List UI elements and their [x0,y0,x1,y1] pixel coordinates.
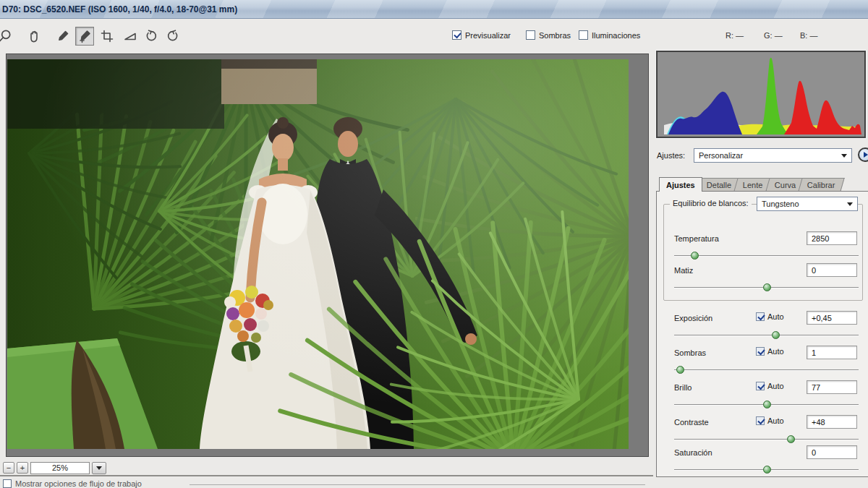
exposicion-value-input[interactable]: +0,45 [807,311,857,325]
workflow-checkbox[interactable] [3,479,12,488]
zoom-in-button[interactable]: + [17,462,28,474]
slider-brillo: Brillo Auto 77 [656,380,868,412]
contraste-value-input[interactable]: +48 [807,415,857,429]
settings-value: Personalizar [699,151,743,160]
photo-preview[interactable] [7,59,629,449]
slider-thumb[interactable] [676,366,684,374]
slider-label: Sombras [674,348,706,357]
auto-checkbox[interactable]: Auto [756,312,784,321]
previsualizar-checkbox[interactable]: Previsualizar [452,30,511,40]
bottom-separator [0,475,653,476]
tab-ajustes[interactable]: Ajustes [659,177,702,192]
color-sampler-icon[interactable] [75,27,94,46]
zoom-level-field[interactable]: 25% [30,462,90,474]
rgb-b-readout: B: — [800,31,817,40]
checkbox-box[interactable] [526,30,535,40]
slider-track[interactable] [674,366,859,374]
white-balance-value: Tungsteno [762,200,799,208]
saturacion-value-input[interactable]: 0 [807,445,857,459]
sunlight-overlay [7,59,629,449]
slider-temperatura: Temperatura 2850 [656,231,868,263]
panel-menu-button[interactable] [858,147,868,162]
slider-label: Matiz [674,266,693,275]
matiz-value-input[interactable]: 0 [807,263,857,277]
slider-label: Exposición [674,314,712,322]
auto-checkbox[interactable]: Auto [756,347,784,356]
hand-tool-icon[interactable] [25,27,43,46]
zoom-bar: − + 25% [3,461,106,474]
straighten-tool-icon[interactable] [121,27,140,46]
sombras-value-input[interactable]: 1 [807,346,857,359]
panel-tabs: Ajustes Detalle Lente Curva Calibrar [659,178,842,192]
zoom-tool-icon[interactable] [0,27,14,46]
slider-track[interactable] [674,401,859,408]
settings-label: Ajustes: [657,151,685,160]
workflow-divider [190,484,645,485]
slider-label: Contraste [674,418,709,427]
brillo-value-input[interactable]: 77 [807,380,857,394]
previsualizar-label: Previsualizar [465,31,511,40]
workflow-label: Mostrar opciones de flujo de trabajo [15,479,142,488]
chevron-down-icon [96,466,102,470]
slider-thumb[interactable] [763,466,771,474]
white-balance-label: Equilibrio de blancos: [670,199,752,207]
settings-select[interactable]: Personalizar [694,148,852,163]
sombras-checkbox[interactable]: Sombras [526,30,571,40]
auto-checkbox[interactable]: Auto [756,416,784,425]
slider-sombras: Sombras Auto 1 [656,346,868,377]
tab-calibrar[interactable]: Calibrar [798,178,844,192]
slider-saturacion: Saturación 0 [656,445,868,477]
rgb-r-readout: R: — [726,31,744,40]
sombras-label: Sombras [539,31,571,40]
crop-tool-icon[interactable] [98,27,116,46]
slider-matiz: Matiz 0 [656,263,868,295]
slider-thumb[interactable] [772,331,780,339]
slider-track[interactable] [674,466,859,474]
play-arrow-icon [864,152,868,158]
iluminaciones-checkbox[interactable]: Iluminaciones [579,30,640,40]
auto-checkbox[interactable]: Auto [756,382,784,390]
slider-label: Saturación [674,448,712,457]
checkbox-box[interactable] [452,30,461,40]
slider-track[interactable] [674,331,859,339]
slider-thumb[interactable] [763,283,771,291]
chevron-down-icon [841,154,847,158]
rgb-g-readout: G: — [764,31,783,40]
slider-thumb[interactable] [763,401,771,408]
workflow-options-row[interactable]: Mostrar opciones de flujo de trabajo [3,479,142,488]
zoom-level-dropdown[interactable] [92,462,106,474]
slider-track[interactable] [674,435,859,443]
histogram-chart [657,51,865,137]
slider-label: Brillo [674,383,692,392]
rotate-right-icon[interactable] [163,27,182,46]
window-title: D70: DSC_6520.NEF (ISO 1600, 1/40, f/4.0… [0,4,237,14]
checkbox-box[interactable] [579,30,588,40]
slider-track[interactable] [674,283,859,291]
zoom-out-button[interactable]: − [3,462,14,474]
slider-track[interactable] [674,252,859,260]
iluminaciones-label: Iluminaciones [592,31,640,40]
rotate-left-icon[interactable] [142,27,161,46]
slider-contraste: Contraste Auto +48 [656,415,868,447]
title-bar[interactable]: D70: DSC_6520.NEF (ISO 1600, 1/40, f/4.0… [0,0,868,19]
slider-thumb[interactable] [691,252,699,260]
white-balance-select[interactable]: Tungsteno [757,197,858,211]
slider-exposicion: Exposición Auto +0,45 [656,311,868,343]
slider-thumb[interactable] [787,435,795,443]
histogram-panel [656,51,866,138]
chevron-down-icon [847,202,853,206]
temperatura-value-input[interactable]: 2850 [807,231,857,245]
preview-canvas [6,53,649,457]
slider-label: Temperatura [674,234,719,243]
white-balance-eyedropper-icon[interactable] [54,27,72,46]
